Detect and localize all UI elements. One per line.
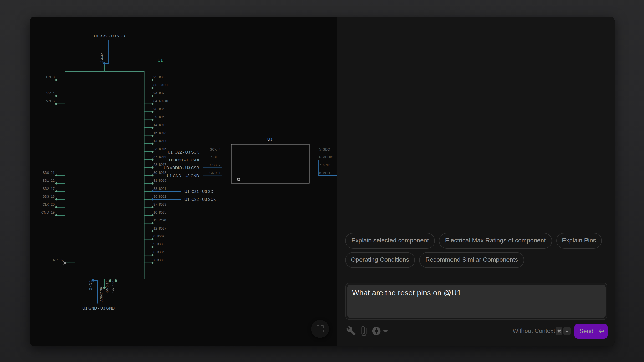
svg-text:U1 IO22 - U3 SCK: U1 IO22 - U3 SCK	[168, 150, 199, 154]
svg-text:CSB 2: CSB 2	[210, 163, 221, 167]
svg-text:AGND 39: AGND 39	[100, 287, 103, 302]
svg-text:VP 4: VP 4	[46, 91, 54, 95]
svg-text:SDI 3: SDI 3	[211, 155, 220, 159]
svg-text:U1 GND - U3 GND: U1 GND - U3 GND	[167, 174, 199, 178]
svg-text:GND 1: GND 1	[89, 280, 92, 290]
svg-text:GND 38: GND 38	[111, 281, 115, 293]
svg-text:SD0 21: SD0 21	[42, 171, 54, 175]
svg-text:9 IO33: 9 IO33	[154, 242, 164, 246]
svg-text:U1: U1	[158, 58, 163, 62]
svg-text:8 VDD: 8 VDD	[319, 171, 330, 175]
svg-text:2 3.3V: 2 3.3V	[100, 53, 104, 63]
svg-text:26 IO4: 26 IO4	[154, 107, 164, 111]
svg-text:36 IO22: 36 IO22	[154, 195, 166, 198]
svg-text:14 IO12: 14 IO12	[154, 123, 166, 127]
svg-text:37 IO23: 37 IO23	[154, 202, 166, 206]
svg-text:SD2 17: SD2 17	[42, 187, 54, 191]
svg-text:13 IO14: 13 IO14	[154, 139, 166, 143]
svg-text:U1 3.3V - U3 VDD: U1 3.3V - U3 VDD	[94, 34, 125, 38]
svg-text:35 TXD0: 35 TXD0	[154, 83, 168, 87]
svg-text:33 IO21: 33 IO21	[154, 187, 166, 191]
svg-text:GND 15: GND 15	[105, 281, 109, 293]
svg-text:U3 VDDIO - U3 CSB: U3 VDDIO - U3 CSB	[164, 166, 199, 170]
svg-text:U1 GND - U3 GND: U1 GND - U3 GND	[82, 306, 115, 310]
svg-text:23 IO15: 23 IO15	[154, 147, 166, 151]
svg-text:16 IO13: 16 IO13	[154, 131, 166, 135]
svg-text:8 IO32: 8 IO32	[154, 234, 164, 238]
svg-text:U1 IO21 - U3 SDI: U1 IO21 - U3 SDI	[169, 158, 199, 162]
svg-text:24 IO2: 24 IO2	[154, 91, 164, 95]
svg-text:SD3 18: SD3 18	[42, 195, 54, 198]
svg-text:SCK 4: SCK 4	[210, 147, 221, 151]
svg-text:VN 5: VN 5	[46, 99, 54, 103]
svg-text:27 IO16: 27 IO16	[154, 155, 166, 159]
svg-text:GND 1: GND 1	[209, 171, 220, 175]
svg-text:NC 32: NC 32	[53, 258, 64, 262]
svg-text:U3: U3	[268, 137, 272, 141]
svg-text:U1 IO22 - U3 SCK: U1 IO22 - U3 SCK	[184, 197, 216, 201]
svg-text:5 SDO: 5 SDO	[319, 147, 330, 151]
svg-text:31 IO19: 31 IO19	[154, 179, 166, 182]
svg-text:30 IO18: 30 IO18	[154, 171, 166, 175]
svg-text:10 IO25: 10 IO25	[154, 211, 166, 214]
svg-text:11 IO26: 11 IO26	[154, 218, 166, 222]
svg-text:SD1 22: SD1 22	[42, 179, 54, 182]
svg-text:CMD 19: CMD 19	[42, 211, 54, 214]
svg-text:EN 3: EN 3	[46, 75, 54, 79]
svg-text:25 IO0: 25 IO0	[154, 75, 164, 79]
svg-text:7 IO35: 7 IO35	[154, 258, 164, 262]
svg-text:U1 IO21 - U3 SDI: U1 IO21 - U3 SDI	[184, 190, 214, 194]
svg-text:34 RXD0: 34 RXD0	[154, 99, 168, 103]
svg-text:29 IO5: 29 IO5	[154, 115, 164, 119]
svg-text:12 IO27: 12 IO27	[154, 227, 166, 230]
svg-text:6 IO34: 6 IO34	[154, 250, 164, 254]
svg-text:6 VDDIO: 6 VDDIO	[319, 155, 334, 159]
svg-text:7 GND: 7 GND	[319, 163, 330, 167]
svg-text:CLK 20: CLK 20	[42, 202, 54, 206]
